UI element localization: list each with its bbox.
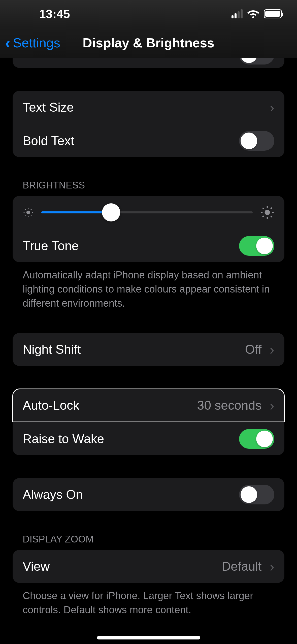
back-label: Settings bbox=[13, 35, 60, 50]
night-shift-label: Night Shift bbox=[23, 342, 81, 357]
brightness-high-icon bbox=[260, 205, 274, 219]
brightness-low-icon bbox=[23, 207, 34, 218]
battery-icon bbox=[264, 9, 282, 18]
auto-lock-row[interactable]: Auto-Lock 30 seconds › bbox=[13, 389, 284, 422]
brightness-slider-row bbox=[13, 196, 284, 229]
bold-text-row[interactable]: Bold Text bbox=[13, 124, 284, 157]
auto-lock-label: Auto-Lock bbox=[23, 398, 79, 413]
svg-point-0 bbox=[26, 211, 30, 214]
bold-text-toggle[interactable] bbox=[239, 131, 274, 151]
cellular-signal-icon bbox=[232, 9, 243, 18]
home-indicator[interactable] bbox=[97, 636, 200, 639]
partial-row-above bbox=[13, 58, 284, 68]
night-shift-row[interactable]: Night Shift Off › bbox=[13, 333, 284, 366]
true-tone-toggle[interactable] bbox=[239, 236, 274, 256]
chevron-right-icon: › bbox=[270, 397, 274, 414]
svg-line-8 bbox=[31, 209, 31, 210]
text-size-label: Text Size bbox=[23, 100, 74, 115]
view-row[interactable]: View Default › bbox=[13, 550, 284, 583]
status-bar: 13:45 bbox=[0, 0, 297, 28]
chevron-right-icon: › bbox=[270, 341, 274, 358]
svg-line-5 bbox=[25, 209, 26, 210]
true-tone-row[interactable]: True Tone bbox=[13, 229, 284, 262]
view-label: View bbox=[23, 559, 50, 574]
raise-to-wake-label: Raise to Wake bbox=[23, 432, 104, 446]
auto-lock-value: 30 seconds bbox=[197, 398, 262, 413]
brightness-section-header: BRIGHTNESS bbox=[13, 180, 284, 196]
always-on-toggle[interactable] bbox=[239, 485, 274, 504]
svg-line-7 bbox=[25, 215, 26, 216]
brightness-slider[interactable] bbox=[41, 211, 253, 213]
always-on-label: Always On bbox=[23, 487, 83, 502]
svg-point-9 bbox=[265, 210, 270, 215]
text-size-row[interactable]: Text Size › bbox=[13, 91, 284, 124]
svg-line-15 bbox=[271, 216, 272, 217]
toggle-partial[interactable] bbox=[239, 58, 274, 65]
chevron-right-icon: › bbox=[270, 99, 274, 116]
wifi-icon bbox=[247, 9, 259, 19]
bold-text-label: Bold Text bbox=[23, 134, 74, 148]
status-time: 13:45 bbox=[39, 7, 70, 21]
chevron-right-icon: › bbox=[270, 558, 274, 575]
display-zoom-footer: Choose a view for iPhone. Larger Text sh… bbox=[13, 583, 284, 617]
always-on-row[interactable]: Always On bbox=[13, 478, 284, 511]
raise-to-wake-row[interactable]: Raise to Wake bbox=[13, 422, 284, 455]
svg-line-16 bbox=[262, 216, 264, 217]
raise-to-wake-toggle[interactable] bbox=[239, 429, 274, 449]
true-tone-label: True Tone bbox=[23, 239, 79, 253]
chevron-left-icon: ‹ bbox=[5, 35, 10, 51]
svg-line-14 bbox=[262, 208, 264, 209]
navigation-bar: ‹ Settings Display & Brightness bbox=[0, 28, 297, 58]
svg-line-17 bbox=[271, 208, 272, 209]
svg-line-6 bbox=[31, 215, 31, 216]
status-indicators bbox=[232, 9, 282, 19]
display-zoom-section-header: DISPLAY ZOOM bbox=[13, 534, 284, 550]
true-tone-footer: Automatically adapt iPhone display based… bbox=[13, 262, 284, 310]
view-value: Default bbox=[222, 559, 261, 574]
night-shift-value: Off bbox=[245, 342, 262, 357]
back-button[interactable]: ‹ Settings bbox=[0, 35, 60, 51]
